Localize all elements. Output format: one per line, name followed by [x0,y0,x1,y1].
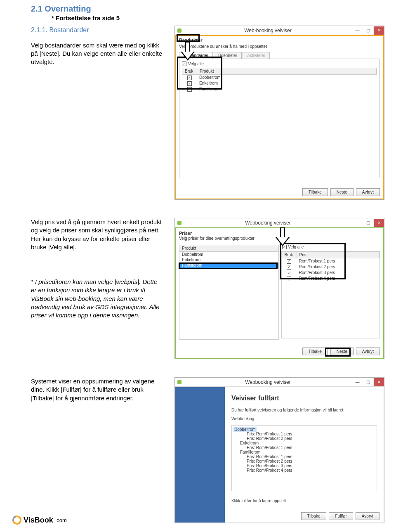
wizard-complete-text: Du har fullført veiviseren og følgende i… [231,408,377,412]
window-titlebar: Web-booking veiviser — ▢ ✕ [175,26,384,35]
screenshot-3: Webbooking veiviser — ▢ ✕ Veiviser fullf… [174,377,384,523]
col-bruk: Bruk [182,68,197,74]
table-row[interactable]: ✓ Rom/Frokost 1 pers [282,258,380,264]
table-row[interactable]: ✓ Rom/Frokost 4 pers [282,276,380,281]
logo-ring-icon [11,514,23,526]
window-title: Webbooking veiviser [184,379,352,385]
tree-leaf: Pris: Rom/Frokost 3 pers [247,463,375,468]
product-name: Dobbeltrom [197,75,377,80]
product-list: Produkt Dobbeltrom Enkeltrom Familierom [179,245,279,340]
cancel-button[interactable]: Avbryt [356,512,380,520]
paragraph-2: Velg pris ved å gå gjennom hvert enkelt … [31,218,163,251]
row-checkbox[interactable]: ✓ [287,259,291,264]
maximize-button[interactable]: ▢ [363,26,373,35]
paragraph-4: Systemet viser en oppsummering av valgen… [31,377,163,402]
row-checkbox[interactable]: ✓ [287,277,291,281]
minimize-button[interactable]: — [352,219,363,227]
arrow-icon [181,42,194,61]
brand-tld: .com [55,517,67,523]
summary-tree: Dobbeltrom Pris: Rom/Frokost 1 pers Pris… [231,425,377,491]
tree-leaf: Pris: Rom/Frokost 1 pers [247,445,375,450]
tree-node: Dobbeltrom [233,427,257,432]
brand-name: VisBook [24,516,53,525]
list-item[interactable]: Dobbeltrom [179,252,278,257]
produkter-subtext: Velg produktene du ønsker å ha med i opp… [179,44,383,49]
paragraph-3-note: * I priseditoren kan man velge |webpris|… [31,278,163,319]
tree-leaf: Pris: Rom/Frokost 2 pers [247,436,375,441]
table-row[interactable]: ✓ Familierom [182,86,377,92]
maximize-button[interactable]: ▢ [363,219,373,227]
finish-button[interactable]: Fullfør [329,512,353,520]
close-button[interactable]: ✕ [373,219,384,227]
screenshot-1: Web-booking veiviser — ▢ ✕ Produkter Vel… [174,26,384,200]
window-titlebar: Webbooking veiviser — ▢ ✕ [175,378,384,387]
tree-leaf: Pris: Rom/Frokost 1 pers [247,454,375,459]
row-checkbox[interactable]: ✓ [187,81,192,86]
next-button[interactable]: Neste [330,188,354,196]
cancel-button[interactable]: Avbryt [356,348,380,355]
back-button[interactable]: Tilbake [302,348,328,355]
product-header: Produkt [179,245,278,252]
paragraph-1: Velg bostandarder som skal være med og k… [31,41,163,66]
cancel-button[interactable]: Avbryt [356,188,380,196]
close-button[interactable]: ✕ [373,378,384,386]
select-all-label: Velg alle [288,245,304,249]
back-button[interactable]: Tilbake [301,512,327,520]
window-titlebar: Webbooking veiviser — ▢ ✕ [175,218,384,227]
next-button[interactable]: Neste [330,348,354,355]
close-button[interactable]: ✕ [373,26,384,35]
window-title: Webbooking veiviser [184,220,352,226]
minimize-button[interactable]: — [352,378,363,386]
tree-leaf: Pris: Rom/Frokost 1 pers [247,432,375,436]
row-checkbox[interactable]: ✓ [187,76,192,80]
tree-node: Enkeltrom [240,441,375,445]
window-title: Web-booking veiviser [184,28,352,33]
list-item[interactable]: Enkeltrom [179,257,278,262]
tab-aktiviteter[interactable]: Aktiviteter [243,52,270,59]
table-row[interactable]: ✓ Rom/Frokost 3 pers [282,270,380,276]
select-all-label: Velg alle [188,61,204,66]
back-button[interactable]: Tilbake [302,188,328,196]
row-checkbox[interactable]: ✓ [187,87,192,92]
price-name: Rom/Frokost 1 pers [297,259,380,264]
tree-node: Familierom [240,450,375,454]
wizard-sidebar [175,387,225,523]
select-all-checkbox[interactable]: ✓ [182,61,186,66]
table-row[interactable]: ✓ Dobbeltrom [182,75,377,80]
table-row[interactable]: ✓ Rom/Frokost 2 pers [282,264,380,270]
minimize-button[interactable]: — [352,26,363,35]
col-produkt: Produkt [197,68,377,74]
tab-boenheter[interactable]: Boenheter [214,52,242,59]
wizard-save-note: Klikk fullfør for å lagre oppsett [231,499,377,503]
window-icon [177,380,182,384]
table-row[interactable]: ✓ Enkeltrom [182,80,377,86]
col-bruk: Bruk [282,252,297,258]
continuation-note: * Fortsettelse fra side 5 [52,14,384,21]
screenshot-2: Webbooking veiviser — ▢ ✕ Priser Velg pr… [174,218,384,359]
product-name: Enkeltrom [197,81,377,86]
section-title: 2.1 Overnatting [31,4,384,14]
produkter-heading: Produkter [179,38,383,43]
window-icon [177,28,182,33]
webbooking-label: Webbooking [231,416,377,421]
maximize-button[interactable]: ▢ [363,378,373,386]
wizard-complete-heading: Veiviser fullført [231,395,377,402]
tree-leaf: Pris: Rom/Frokost 4 pers [247,468,375,473]
list-item-selected[interactable]: Familierom [179,262,278,268]
row-checkbox[interactable]: ✓ [287,271,291,275]
footer-logo: VisBook.com [12,515,67,525]
price-name: Rom/Frokost 2 pers [297,265,380,270]
price-name: Rom/Frokost 3 pers [297,270,380,275]
product-name: Familierom [197,87,377,92]
price-list: Bruk Pris ✓ Rom/Frokost 1 pers ✓ Rom/Fro… [281,251,380,338]
col-pris: Pris [297,252,380,258]
tree-leaf: Pris: Rom/Frokost 2 pers [247,459,375,463]
row-checkbox[interactable]: ✓ [287,265,291,270]
subheading: 2.1.1. Bostandarder [31,26,163,35]
arrow-icon [276,227,289,247]
price-name: Rom/Frokost 4 pers [297,276,380,281]
window-icon [177,221,182,225]
